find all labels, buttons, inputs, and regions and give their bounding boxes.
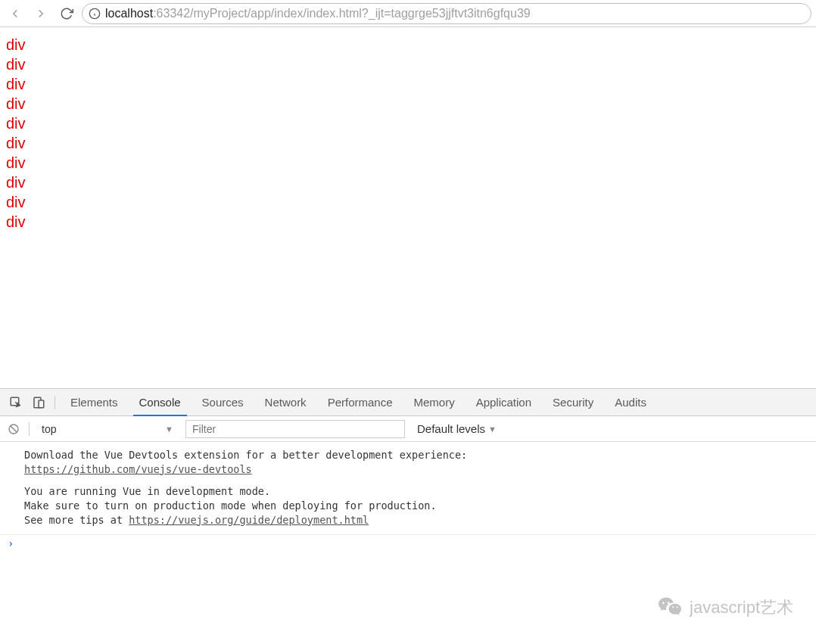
- page-content: divdivdivdivdivdivdivdivdivdiv: [0, 27, 816, 239]
- div-line: div: [6, 74, 810, 94]
- filter-input[interactable]: [185, 420, 405, 438]
- tab-audits[interactable]: Audits: [604, 389, 657, 416]
- div-line: div: [6, 133, 810, 153]
- inspect-button[interactable]: [5, 391, 27, 414]
- devtools-tabs: ElementsConsoleSourcesNetworkPerformance…: [0, 389, 816, 416]
- console-prompt[interactable]: ›: [0, 534, 816, 553]
- chevron-right-icon: ›: [8, 537, 14, 552]
- console-message: Download the Vue Devtools extension for …: [0, 448, 816, 484]
- chevron-down-icon: ▼: [165, 425, 173, 434]
- tab-console[interactable]: Console: [129, 389, 192, 416]
- chevron-down-icon: ▼: [488, 425, 497, 434]
- div-line: div: [6, 153, 810, 173]
- levels-label: Default levels: [417, 422, 485, 435]
- arrow-right-icon: [34, 7, 48, 20]
- url-host: localhost: [105, 7, 153, 20]
- div-line: div: [6, 212, 810, 232]
- url-text: localhost:63342/myProject/app/index/inde…: [105, 7, 805, 20]
- info-icon: [89, 8, 101, 20]
- forward-button[interactable]: [30, 3, 51, 24]
- div-line: div: [6, 54, 810, 74]
- device-mode-button[interactable]: [27, 391, 50, 414]
- wechat-icon: [656, 594, 684, 621]
- back-button[interactable]: [5, 3, 26, 24]
- tab-sources[interactable]: Sources: [192, 389, 254, 416]
- separator: [29, 422, 30, 436]
- clear-console-button[interactable]: [5, 420, 23, 438]
- context-select[interactable]: top ▼: [36, 420, 179, 438]
- tab-network[interactable]: Network: [254, 389, 317, 416]
- browser-toolbar: localhost:63342/myProject/app/index/inde…: [0, 0, 816, 27]
- address-bar[interactable]: localhost:63342/myProject/app/index/inde…: [82, 3, 811, 24]
- console-toolbar: top ▼ Default levels ▼: [0, 416, 816, 442]
- console-message: You are running Vue in development mode.…: [0, 484, 816, 535]
- svg-line-7: [11, 426, 17, 432]
- reload-icon: [60, 7, 73, 20]
- levels-select[interactable]: Default levels ▼: [411, 422, 503, 435]
- context-label: top: [42, 423, 56, 435]
- reload-button[interactable]: [56, 3, 77, 24]
- div-line: div: [6, 173, 810, 192]
- url-rest: :63342/myProject/app/index/index.html?_i…: [153, 7, 531, 20]
- separator: [55, 396, 55, 409]
- watermark: javascript艺术: [656, 594, 793, 621]
- device-icon: [32, 396, 45, 409]
- tab-performance[interactable]: Performance: [317, 389, 403, 416]
- watermark-text: javascript艺术: [690, 596, 793, 619]
- tab-elements[interactable]: Elements: [60, 389, 129, 416]
- svg-rect-5: [39, 400, 44, 408]
- tab-memory[interactable]: Memory: [403, 389, 466, 416]
- console-link[interactable]: https://github.com/vuejs/vue-devtools: [24, 463, 252, 475]
- div-line: div: [6, 94, 810, 114]
- tab-security[interactable]: Security: [542, 389, 604, 416]
- div-line: div: [6, 114, 810, 133]
- console-link[interactable]: https://vuejs.org/guide/deployment.html: [129, 514, 369, 526]
- inspect-icon: [9, 396, 23, 409]
- arrow-left-icon: [8, 7, 22, 20]
- clear-icon: [8, 423, 20, 435]
- div-line: div: [6, 192, 810, 212]
- div-line: div: [6, 35, 810, 54]
- tab-application[interactable]: Application: [466, 389, 542, 416]
